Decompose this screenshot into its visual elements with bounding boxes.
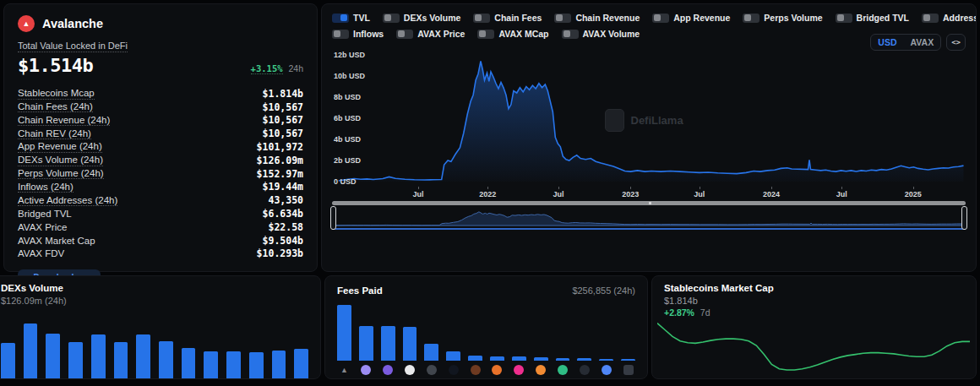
metric-value: 43,350 — [268, 194, 303, 206]
bar — [403, 327, 417, 361]
series-toggle-inflows[interactable]: Inflows — [332, 29, 384, 39]
toggle-label: App Revenue — [673, 13, 730, 23]
series-toggle-bridged-tvl[interactable]: Bridged TVL — [836, 13, 909, 23]
bar — [556, 358, 570, 361]
stablecoins-title: Stablecoins Market Cap — [664, 283, 964, 293]
series-toggle-avax-volume[interactable]: AVAX Volume — [562, 29, 640, 39]
chart-brush[interactable] — [332, 208, 966, 230]
watermark-text: DefiLlama — [631, 114, 683, 127]
protocol-glyph — [623, 365, 634, 375]
protocol-icon[interactable] — [621, 365, 635, 375]
avalanche-logo-icon: ▲ — [18, 15, 35, 32]
protocol-icon[interactable] — [446, 365, 460, 375]
metric-value: $19.44m — [263, 181, 303, 193]
protocol-glyph — [602, 365, 612, 375]
protocol-icon[interactable] — [381, 365, 395, 375]
metric-label: Stablecoins Mcap — [18, 88, 95, 100]
x-axis-tick — [630, 187, 631, 189]
protocol-icon[interactable] — [556, 365, 570, 375]
toggle-switch-icon — [477, 30, 494, 39]
toggle-switch-icon — [922, 14, 939, 23]
protocol-glyph — [449, 365, 459, 375]
toggle-label: AVAX Volume — [583, 29, 640, 39]
series-toggle-chain-fees[interactable]: Chain Fees — [473, 13, 542, 23]
x-axis-tick — [913, 187, 914, 189]
metric-row: Inflows (24h)$19.44m — [18, 181, 303, 194]
tvl-chart-area[interactable]: DefiLlama 0 USD2b USD4b USD6b USD8b USD1… — [332, 48, 966, 187]
series-toggle-chain-revenue[interactable]: Chain Revenue — [554, 13, 640, 23]
y-axis-label: 2b USD — [334, 156, 361, 165]
metric-value: $10.293b — [257, 247, 303, 259]
metric-label: Bridged TVL — [18, 209, 72, 219]
metric-value: $10,567 — [263, 114, 303, 126]
x-axis-label: 2023 — [622, 190, 639, 198]
series-toggle-avax-mcap[interactable]: AVAX MCap — [477, 29, 548, 39]
protocol-glyph — [514, 365, 524, 375]
dexs-volume-bars — [1, 314, 308, 378]
x-axis-tick — [771, 187, 772, 189]
bar — [249, 352, 264, 378]
brush-handle-right[interactable] — [961, 206, 967, 230]
series-toggle-dexs-volume[interactable]: DEXs Volume — [383, 13, 461, 23]
protocol-icon[interactable] — [577, 365, 591, 375]
protocol-glyph — [492, 365, 502, 375]
avalanche-icon[interactable]: ▲ — [337, 365, 351, 375]
toggle-switch-icon — [562, 30, 579, 39]
tvl-change-period: 24h — [288, 63, 303, 73]
metric-row: App Revenue (24h)$101,972 — [18, 140, 303, 154]
series-toggle-tvl[interactable]: TVL — [332, 13, 370, 23]
protocol-glyph — [405, 365, 415, 375]
bar — [577, 358, 591, 361]
brush-handle-left[interactable] — [330, 206, 336, 230]
y-axis-label: 6b USD — [334, 114, 361, 122]
x-axis: Jul2022Jul2023Jul2024Jul2025 — [332, 187, 966, 199]
protocol-icon[interactable] — [468, 365, 482, 375]
toggle-switch-icon — [554, 14, 571, 23]
x-axis-label: Jul — [553, 190, 564, 198]
y-axis-label: 10b USD — [334, 72, 365, 80]
protocol-icon[interactable] — [534, 365, 548, 375]
bar — [182, 348, 196, 378]
defillama-llama-icon — [605, 109, 624, 132]
chart-scrollbar[interactable] — [332, 201, 966, 205]
protocol-icon[interactable] — [599, 365, 613, 375]
metric-label: Chain Fees (24h) — [18, 101, 93, 113]
brush-area-fill — [335, 212, 967, 226]
defillama-chain-dashboard: ▲ Avalanche Total Value Locked in DeFi $… — [0, 0, 980, 386]
bar — [490, 356, 504, 361]
metric-label: Perps Volume (24h) — [18, 168, 104, 180]
series-toggle-avax-price[interactable]: AVAX Price — [396, 29, 465, 39]
series-toggle-perps-volume[interactable]: Perps Volume — [743, 13, 822, 23]
protocol-icon[interactable] — [512, 365, 526, 375]
bar — [621, 359, 635, 361]
metric-value: $101,972 — [257, 141, 303, 153]
metric-label: Chain REV (24h) — [18, 128, 91, 140]
embed-icon[interactable]: <> — [946, 34, 966, 51]
series-toggle-addresses[interactable]: Addresses — [922, 13, 977, 23]
currency-usd-button[interactable]: USD — [871, 35, 903, 50]
bar — [424, 344, 438, 361]
metric-row: AVAX Price$22.58 — [18, 220, 303, 234]
bar — [159, 341, 173, 378]
toggle-label: Chain Revenue — [575, 13, 640, 23]
protocol-icon[interactable] — [359, 365, 373, 375]
metric-label: App Revenue (24h) — [18, 141, 102, 153]
x-axis-label: Jul — [836, 190, 847, 198]
currency-avax-button[interactable]: AVAX — [904, 35, 941, 50]
protocol-glyph — [471, 365, 481, 375]
toggle-switch-icon — [652, 14, 669, 23]
protocol-icon[interactable] — [490, 365, 504, 375]
metric-value: $6.634b — [263, 208, 303, 220]
metric-row: Bridged TVL$6.634b — [18, 207, 303, 220]
fees-paid-card: Fees Paid $256,855 (24h) ▲ — [324, 275, 648, 379]
bar — [468, 356, 482, 361]
bar — [46, 334, 60, 378]
currency-switcher: USD AVAX — [870, 34, 941, 51]
bar — [534, 357, 548, 361]
dexs-volume-card: DEXs Volume $126.09m (24h) — [0, 275, 321, 379]
protocol-icon[interactable] — [424, 365, 438, 375]
toggle-switch-icon — [836, 14, 852, 23]
series-toggle-app-revenue[interactable]: App Revenue — [652, 13, 730, 23]
scrollbar-grip-icon — [649, 202, 651, 204]
protocol-icon[interactable] — [403, 365, 417, 375]
